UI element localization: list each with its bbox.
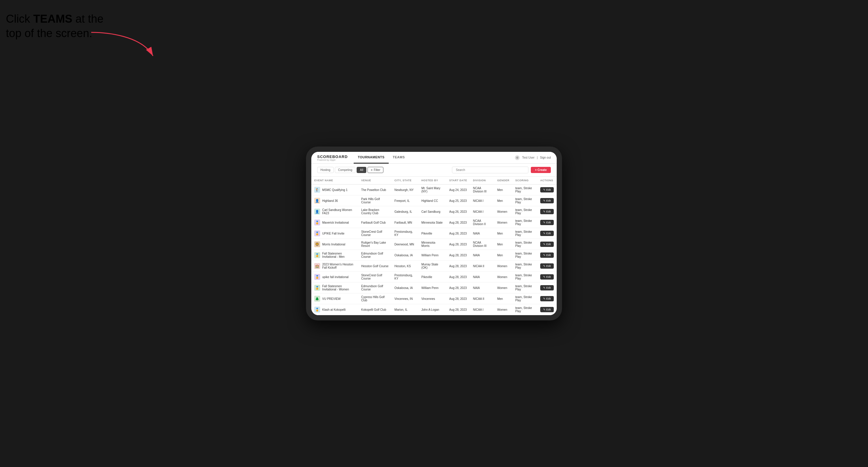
table-container: EVENT NAME VENUE CITY, STATE HOSTED BY S… <box>311 177 557 315</box>
cell-city-10: Vincennes, IN <box>392 293 419 304</box>
cell-actions-11: ✎ Edit <box>537 304 557 315</box>
cell-scoring-6: team, Stroke Play <box>512 250 537 261</box>
col-hosted-by: HOSTED BY <box>418 177 446 185</box>
cell-event-name-5: 🦁 Morris Invitational <box>311 239 359 250</box>
event-name-2: Carl Sandburg Women FA23 <box>322 208 355 215</box>
edit-button-8[interactable]: ✎ Edit <box>540 274 554 280</box>
filter-hosting[interactable]: Hosting <box>317 167 334 173</box>
table-row: 🏅 Fall Statesmen Invitational - Women Ed… <box>311 282 557 293</box>
nav-tabs: TOURNAMENTS TEAMS <box>354 152 515 164</box>
edit-button-11[interactable]: ✎ Edit <box>540 307 554 312</box>
table-row: 🌲 VU PREVIEW Cypress Hills Golf Club Vin… <box>311 293 557 304</box>
edit-button-10[interactable]: ✎ Edit <box>540 296 554 301</box>
cell-scoring-9: team, Stroke Play <box>512 282 537 293</box>
cell-scoring-10: team, Stroke Play <box>512 293 537 304</box>
cell-venue-1: Park Hills Golf Course <box>359 195 392 206</box>
cell-venue-2: Lake Bracken Country Club <box>359 206 392 217</box>
col-venue: VENUE <box>359 177 392 185</box>
cell-actions-2: ✎ Edit <box>537 206 557 217</box>
cell-hosted-1: Highland CC <box>418 195 446 206</box>
table-row: 🏅 Klash at Kokopelli Kokopelli Golf Club… <box>311 304 557 315</box>
cell-city-4: Prestonsburg, KY <box>392 228 419 239</box>
cell-date-2: Aug 26, 2023 <box>446 206 470 217</box>
edit-button-2[interactable]: ✎ Edit <box>540 209 554 214</box>
filter-competing[interactable]: Competing <box>335 167 355 173</box>
filter-group: Hosting Competing All ≡ Filter <box>317 167 383 173</box>
edit-button-5[interactable]: ✎ Edit <box>540 242 554 247</box>
table-row: 🦁 Morris Invitational Ruttger's Bay Lake… <box>311 239 557 250</box>
cell-gender-4: Men <box>494 228 513 239</box>
edit-button-6[interactable]: ✎ Edit <box>540 252 554 258</box>
event-name-10: VU PREVIEW <box>322 297 341 301</box>
cell-venue-8: StoneCrest Golf Course <box>359 272 392 282</box>
cell-event-name-1: 👤 Highland 36 <box>311 195 359 206</box>
cell-city-5: Deerwood, MN <box>392 239 419 250</box>
settings-icon[interactable]: ⚙ <box>515 155 520 160</box>
cell-date-8: Aug 28, 2023 <box>446 272 470 282</box>
event-icon-6: 🏅 <box>314 252 320 258</box>
logo-area: SCOREBOARD Powered by clippit <box>317 155 348 161</box>
cell-event-name-9: 🏅 Fall Statesmen Invitational - Women <box>311 282 359 293</box>
table-row: 🏅 upike fall invitational StoneCrest Gol… <box>311 272 557 282</box>
table-row: 🏫 2023 Women's Hesston Fall Kickoff Hess… <box>311 261 557 272</box>
cell-division-6: NAIA <box>470 250 494 261</box>
tab-tournaments[interactable]: TOURNAMENTS <box>354 152 389 164</box>
cell-city-3: Faribault, MN <box>392 217 419 228</box>
annotation-text: Click TEAMS at thetop of the screen. <box>6 12 103 41</box>
edit-button-7[interactable]: ✎ Edit <box>540 263 554 269</box>
cell-division-10: NICAA II <box>470 293 494 304</box>
event-icon-5: 🦁 <box>314 241 320 247</box>
table-row: 🏅 Maverick Invitational Faribault Golf C… <box>311 217 557 228</box>
filter-all[interactable]: All <box>356 167 366 173</box>
header-right: ⚙ Test User | Sign out <box>515 155 551 160</box>
cell-venue-3: Faribault Golf Club <box>359 217 392 228</box>
cell-scoring-3: team, Stroke Play <box>512 217 537 228</box>
cell-hosted-9: William Penn <box>418 282 446 293</box>
edit-button-0[interactable]: ✎ Edit <box>540 187 554 192</box>
col-event-name: EVENT NAME <box>311 177 359 185</box>
cell-event-name-2: 👤 Carl Sandburg Women FA23 <box>311 206 359 217</box>
cell-gender-5: Men <box>494 239 513 250</box>
event-icon-7: 🏫 <box>314 263 320 269</box>
cell-event-name-3: 🏅 Maverick Invitational <box>311 217 359 228</box>
event-icon-10: 🌲 <box>314 296 320 302</box>
cell-gender-0: Men <box>494 185 513 195</box>
cell-division-2: NICAA I <box>470 206 494 217</box>
cell-actions-3: ✎ Edit <box>537 217 557 228</box>
cell-division-8: NAIA <box>470 272 494 282</box>
cell-date-11: Aug 28, 2023 <box>446 304 470 315</box>
edit-button-3[interactable]: ✎ Edit <box>540 220 554 225</box>
edit-button-9[interactable]: ✎ Edit <box>540 285 554 290</box>
event-name-11: Klash at Kokopelli <box>322 308 346 311</box>
toolbar: Hosting Competing All ≡ Filter + Create <box>311 164 557 177</box>
cell-division-1: NICAA I <box>470 195 494 206</box>
search-input[interactable] <box>452 166 528 173</box>
create-button[interactable]: + Create <box>531 167 551 173</box>
cell-actions-8: ✎ Edit <box>537 272 557 282</box>
event-icon-9: 🏅 <box>314 285 320 291</box>
cell-gender-9: Women <box>494 282 513 293</box>
filter-button[interactable]: ≡ Filter <box>368 167 383 173</box>
tablet-frame: SCOREBOARD Powered by clippit TOURNAMENT… <box>306 147 562 320</box>
cell-actions-5: ✎ Edit <box>537 239 557 250</box>
edit-button-1[interactable]: ✎ Edit <box>540 198 554 203</box>
cell-scoring-8: team, Stroke Play <box>512 272 537 282</box>
cell-hosted-8: Pikeville <box>418 272 446 282</box>
event-name-0: MSMC Qualifying 1 <box>322 188 347 192</box>
event-icon-0: 🏌 <box>314 187 320 193</box>
cell-city-11: Marion, IL <box>392 304 419 315</box>
cell-date-4: Aug 28, 2023 <box>446 228 470 239</box>
cell-hosted-5: Minnesota-Morris <box>418 239 446 250</box>
table-body: 🏌 MSMC Qualifying 1 The Powelton Club Ne… <box>311 185 557 315</box>
cell-actions-0: ✎ Edit <box>537 185 557 195</box>
event-name-9: Fall Statesmen Invitational - Women <box>322 285 355 291</box>
event-name-3: Maverick Invitational <box>322 221 349 224</box>
sign-out-link[interactable]: Sign out <box>540 156 551 159</box>
cell-actions-1: ✎ Edit <box>537 195 557 206</box>
tab-teams[interactable]: TEAMS <box>389 152 409 164</box>
event-name-7: 2023 Women's Hesston Fall Kickoff <box>322 263 355 269</box>
cell-scoring-1: team, Stroke Play <box>512 195 537 206</box>
cell-city-1: Freeport, IL <box>392 195 419 206</box>
tournaments-table: EVENT NAME VENUE CITY, STATE HOSTED BY S… <box>311 177 557 315</box>
edit-button-4[interactable]: ✎ Edit <box>540 231 554 236</box>
